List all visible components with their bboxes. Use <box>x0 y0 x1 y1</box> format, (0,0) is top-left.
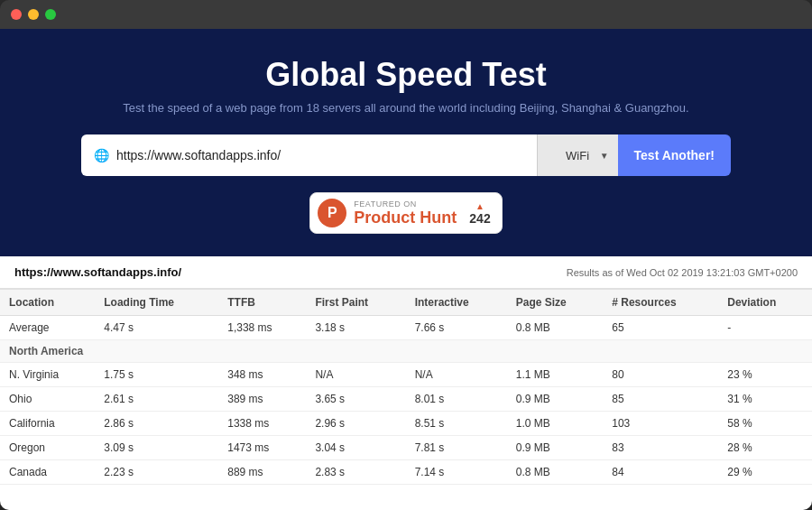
table-cell-location: California <box>0 412 95 436</box>
url-input-wrapper: 🌐 <box>81 134 537 176</box>
results-url: https://www.softandapps.info/ <box>14 265 181 279</box>
close-button[interactable] <box>11 9 22 20</box>
table-cell-loading-time: 4.47 s <box>95 316 218 340</box>
results-timestamp: Results as of Wed Oct 02 2019 13:21:03 G… <box>567 267 798 278</box>
table-cell---resources: 84 <box>603 460 718 485</box>
table-cell---resources: 85 <box>603 387 718 412</box>
table-cell-interactive: 7.66 s <box>406 316 507 340</box>
table-cell-location: Average <box>0 316 95 340</box>
ph-name: Product Hunt <box>354 209 457 227</box>
table-cell-location: N. Virginia <box>0 363 95 387</box>
table-cell---resources: 65 <box>603 316 718 340</box>
globe-icon: 🌐 <box>94 148 109 162</box>
hero-subtitle: Test the speed of a web page from 18 ser… <box>18 101 794 115</box>
table-cell-loading-time: 1.75 s <box>95 363 218 387</box>
test-another-button[interactable]: Test Another! <box>618 134 731 176</box>
table-cell-page-size: 0.9 MB <box>507 436 604 460</box>
table-column-header: Page Size <box>507 290 604 316</box>
wifi-select-wrapper: WiFi Cable DSL Mobile ▼ <box>537 134 618 176</box>
table-row: California2.86 s1338 ms2.96 s8.51 s1.0 M… <box>0 412 812 436</box>
maximize-button[interactable] <box>45 9 56 20</box>
table-cell-deviation: 28 % <box>718 436 812 460</box>
minimize-button[interactable] <box>28 9 39 20</box>
table-cell-ttfb: 348 ms <box>218 363 306 387</box>
hero-section: Global Speed Test Test the speed of a we… <box>0 29 812 256</box>
table-cell-first-paint: 2.83 s <box>306 460 405 485</box>
table-cell-first-paint: 3.65 s <box>306 387 405 412</box>
table-cell-first-paint: 3.18 s <box>306 316 405 340</box>
table-column-header: TTFB <box>218 290 306 316</box>
section-label: North America <box>0 340 812 363</box>
search-bar: 🌐 WiFi Cable DSL Mobile ▼ Test Another! <box>81 134 731 176</box>
table-cell-location: Canada <box>0 460 95 485</box>
table-cell-loading-time: 3.09 s <box>95 436 218 460</box>
results-section: https://www.softandapps.info/ Results as… <box>0 256 812 510</box>
table-cell-page-size: 0.8 MB <box>507 460 604 485</box>
app-window: Global Speed Test Test the speed of a we… <box>0 0 812 510</box>
table-header-row: LocationLoading TimeTTFBFirst PaintInter… <box>0 290 812 316</box>
table-cell-deviation: 31 % <box>718 387 812 412</box>
table-cell-deviation: 23 % <box>718 363 812 387</box>
table-cell-deviation: 29 % <box>718 460 812 485</box>
table-cell-first-paint: 3.04 s <box>306 436 405 460</box>
page-title: Global Speed Test <box>18 56 794 94</box>
ph-count: 242 <box>469 211 490 226</box>
connection-select[interactable]: WiFi Cable DSL Mobile <box>537 134 618 176</box>
table-cell-ttfb: 889 ms <box>218 460 306 485</box>
table-cell-interactive: 8.01 s <box>406 387 507 412</box>
ph-featured-text: FEATURED ON <box>354 199 416 209</box>
table-row: Canada2.23 s889 ms2.83 s7.14 s0.8 MB8429… <box>0 460 812 485</box>
traffic-lights <box>11 9 56 20</box>
table-cell-ttfb: 1,338 ms <box>218 316 306 340</box>
table-column-header: Deviation <box>718 290 812 316</box>
table-cell-ttfb: 389 ms <box>218 387 306 412</box>
results-header: https://www.softandapps.info/ Results as… <box>0 256 812 290</box>
table-cell-interactive: 7.81 s <box>406 436 507 460</box>
table-row: Oregon3.09 s1473 ms3.04 s7.81 s0.9 MB832… <box>0 436 812 460</box>
table-column-header: Loading Time <box>95 290 218 316</box>
table-cell-page-size: 1.0 MB <box>507 412 604 436</box>
results-table: LocationLoading TimeTTFBFirst PaintInter… <box>0 290 812 485</box>
table-cell-ttfb: 1338 ms <box>218 412 306 436</box>
table-cell-deviation: 58 % <box>718 412 812 436</box>
product-hunt-badge[interactable]: P FEATURED ON Product Hunt ▲ 242 <box>309 192 502 234</box>
table-cell---resources: 103 <box>603 412 718 436</box>
ph-count-block: ▲ 242 <box>469 201 490 226</box>
titlebar <box>0 0 812 29</box>
table-section-header: North America <box>0 340 812 363</box>
table-cell-interactive: 7.14 s <box>406 460 507 485</box>
table-cell---resources: 83 <box>603 436 718 460</box>
table-cell---resources: 80 <box>603 363 718 387</box>
table-cell-loading-time: 2.86 s <box>95 412 218 436</box>
table-row: Ohio2.61 s389 ms3.65 s8.01 s0.9 MB8531 % <box>0 387 812 412</box>
table-cell-deviation: - <box>718 316 812 340</box>
table-cell-interactive: N/A <box>406 363 507 387</box>
table-column-header: Location <box>0 290 95 316</box>
table-column-header: Interactive <box>406 290 507 316</box>
ph-arrow-icon: ▲ <box>475 201 484 211</box>
table-cell-first-paint: N/A <box>306 363 405 387</box>
table-cell-interactive: 8.51 s <box>406 412 507 436</box>
table-cell-location: Oregon <box>0 436 95 460</box>
table-cell-page-size: 0.9 MB <box>507 387 604 412</box>
table-column-header: # Resources <box>603 290 718 316</box>
table-row: N. Virginia1.75 s348 msN/AN/A1.1 MB8023 … <box>0 363 812 387</box>
table-cell-first-paint: 2.96 s <box>306 412 405 436</box>
table-column-header: First Paint <box>306 290 405 316</box>
table-cell-page-size: 0.8 MB <box>507 316 604 340</box>
table-cell-location: Ohio <box>0 387 95 412</box>
table-cell-loading-time: 2.23 s <box>95 460 218 485</box>
table-cell-page-size: 1.1 MB <box>507 363 604 387</box>
ph-logo: P <box>318 199 346 227</box>
ph-text-block: FEATURED ON Product Hunt <box>354 199 457 227</box>
table-cell-ttfb: 1473 ms <box>218 436 306 460</box>
url-input[interactable] <box>116 148 524 162</box>
table-row: Average4.47 s1,338 ms3.18 s7.66 s0.8 MB6… <box>0 316 812 340</box>
table-cell-loading-time: 2.61 s <box>95 387 218 412</box>
